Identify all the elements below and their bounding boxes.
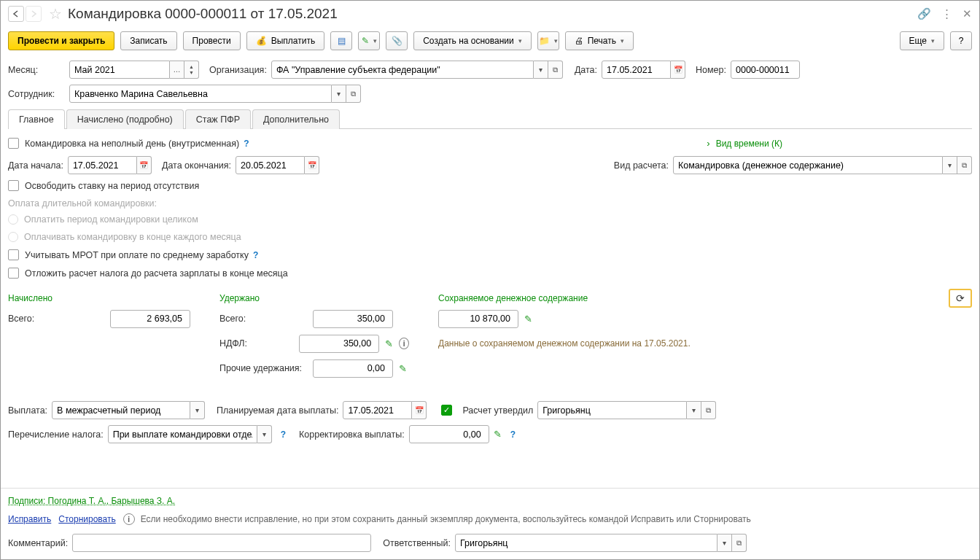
end-date-picker[interactable]: 📅 <box>305 156 319 174</box>
create-based-button[interactable]: Создать на основании▾ <box>413 31 532 50</box>
org-open-button[interactable]: ⧉ <box>548 61 563 79</box>
print-button[interactable]: 🖨 Печать▾ <box>565 31 634 50</box>
tax-transfer-label: Перечисление налога: <box>8 429 104 440</box>
planned-input[interactable] <box>343 401 412 419</box>
num-input[interactable] <box>731 61 800 79</box>
tax-transfer-input[interactable] <box>108 425 257 443</box>
link-icon[interactable]: 🔗 <box>917 7 931 20</box>
other-withheld-input[interactable] <box>313 359 393 378</box>
corr-label: Корректировка выплаты: <box>299 429 405 440</box>
other-withheld-label: Прочие удержания: <box>219 363 307 373</box>
footer-info-icon: i <box>123 513 135 525</box>
document-button[interactable]: ▤ <box>330 31 352 50</box>
withheld-total-input[interactable] <box>313 310 393 328</box>
accrued-header: Начислено <box>8 293 190 303</box>
tab-main[interactable]: Главное <box>8 109 65 129</box>
calc-input[interactable] <box>673 156 943 174</box>
responsible-label: Ответственный: <box>383 538 451 548</box>
post-close-button[interactable]: Провести и закрыть <box>8 31 114 50</box>
nav-back-button[interactable] <box>8 6 24 22</box>
partial-day-help[interactable]: ? <box>244 139 249 149</box>
corr-edit-icon[interactable]: ✎ <box>494 429 502 440</box>
comment-input[interactable] <box>72 534 371 552</box>
other-edit-icon[interactable]: ✎ <box>399 363 407 374</box>
defer-tax-label: Отложить расчет налога до расчета зарпла… <box>25 268 288 279</box>
withheld-header: Удержано <box>219 293 409 303</box>
tax-transfer-help[interactable]: ? <box>281 429 286 440</box>
org-input[interactable] <box>271 61 534 79</box>
comment-label: Комментарий: <box>8 538 68 548</box>
org-dropdown-button[interactable]: ▾ <box>534 61 548 79</box>
num-label: Номер: <box>696 65 726 75</box>
month-label: Месяц: <box>8 65 65 75</box>
planned-picker[interactable]: 📅 <box>412 401 427 419</box>
start-date-label: Дата начала: <box>8 160 63 171</box>
employee-open-button[interactable]: ⧉ <box>346 85 361 103</box>
edit-button[interactable]: ✎▾ <box>358 31 380 50</box>
month-input[interactable] <box>69 61 170 79</box>
end-date-label: Дата окончания: <box>162 160 231 171</box>
calc-dropdown-button[interactable]: ▾ <box>943 156 957 174</box>
ndfl-info-icon[interactable]: i <box>399 338 409 349</box>
write-button[interactable]: Записать <box>120 31 176 50</box>
ndfl-input[interactable] <box>299 335 379 353</box>
tab-accrued[interactable]: Начислено (подробно) <box>66 109 184 129</box>
approved-input[interactable] <box>537 401 687 419</box>
favorite-star-icon[interactable]: ☆ <box>49 5 62 23</box>
mrot-help[interactable]: ? <box>253 250 258 260</box>
refresh-button[interactable]: ⟳ <box>949 289 972 308</box>
money-icon: 💰 <box>256 36 267 46</box>
tax-transfer-dropdown[interactable]: ▾ <box>257 425 272 443</box>
approved-checkbox[interactable]: ✓ <box>441 405 452 416</box>
calc-open-button[interactable]: ⧉ <box>957 156 972 174</box>
fix-link[interactable]: Исправить <box>8 514 51 524</box>
date-input[interactable] <box>602 61 671 79</box>
attach-button[interactable]: 📎 <box>386 31 408 50</box>
payout-dropdown[interactable]: ▾ <box>190 401 205 419</box>
ndfl-edit-icon[interactable]: ✎ <box>385 338 393 349</box>
signatures-link[interactable]: Подписи: Погодина Т. А., Барышева З. А. <box>8 496 175 506</box>
corr-help[interactable]: ? <box>510 429 516 440</box>
close-icon[interactable]: ✕ <box>962 7 972 20</box>
accrued-total-input[interactable] <box>110 310 190 328</box>
employee-dropdown-button[interactable]: ▾ <box>332 85 346 103</box>
folder-button[interactable]: 📁▾ <box>537 31 559 50</box>
help-button[interactable]: ? <box>950 31 972 50</box>
more-button[interactable]: Еще▾ <box>900 31 944 50</box>
responsible-open[interactable]: ⧉ <box>732 534 747 552</box>
month-picker-button[interactable]: … <box>170 61 184 79</box>
employee-label: Сотрудник: <box>8 89 65 99</box>
approved-open[interactable]: ⧉ <box>701 401 716 419</box>
partial-day-checkbox[interactable] <box>8 138 19 149</box>
approved-dropdown[interactable]: ▾ <box>687 401 701 419</box>
kept-input[interactable] <box>438 310 518 328</box>
post-button[interactable]: Провести <box>183 31 241 50</box>
end-date-input[interactable] <box>236 156 305 174</box>
date-picker-button[interactable]: 📅 <box>671 61 685 79</box>
defer-tax-checkbox[interactable] <box>8 268 19 279</box>
pay-monthly-label: Оплачивать командировку в конце каждого … <box>24 232 241 242</box>
chevron-right-icon[interactable]: › <box>707 138 709 149</box>
date-label: Дата: <box>575 65 597 75</box>
payout-input[interactable] <box>52 401 190 419</box>
start-date-picker[interactable]: 📅 <box>137 156 152 174</box>
responsible-input[interactable] <box>455 534 718 552</box>
storno-link[interactable]: Сторнировать <box>58 514 115 524</box>
tab-extra[interactable]: Дополнительно <box>252 109 340 129</box>
menu-dots-icon[interactable]: ⋮ <box>941 7 952 20</box>
window-title: Командировка 0000-000011 от 17.05.2021 <box>68 6 917 22</box>
employee-input[interactable] <box>69 85 332 103</box>
ndfl-label: НДФЛ: <box>219 338 293 349</box>
pay-monthly-radio <box>8 232 18 242</box>
time-kind-link[interactable]: Вид времени (К) <box>716 139 782 149</box>
mrot-label: Учитывать МРОТ при оплате по среднему за… <box>25 250 249 260</box>
month-spinner[interactable]: ▲▼ <box>184 61 199 79</box>
responsible-dropdown[interactable]: ▾ <box>718 534 732 552</box>
start-date-input[interactable] <box>68 156 137 174</box>
kept-edit-icon[interactable]: ✎ <box>524 314 532 324</box>
corr-input[interactable] <box>409 425 489 443</box>
release-rate-checkbox[interactable] <box>8 180 19 191</box>
pay-button[interactable]: 💰 Выплатить <box>246 31 325 50</box>
mrot-checkbox[interactable] <box>8 249 19 260</box>
tab-pension[interactable]: Стаж ПФР <box>185 109 251 129</box>
